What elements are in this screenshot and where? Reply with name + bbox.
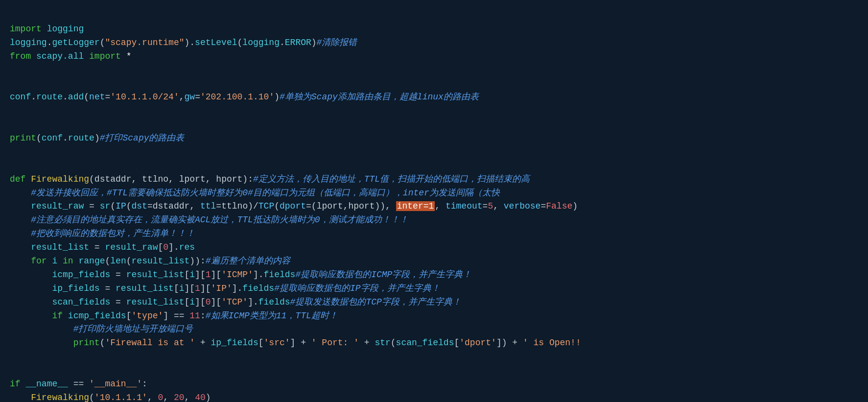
line-result-raw: result_raw = sr(IP(dst=dstaddr, ttl=ttln…	[10, 201, 578, 211]
line-comment-pair: #把收到响应的数据包对，产生清单！！！	[10, 229, 195, 238]
line-icmp-fields: icmp_fields = result_list[i][1]['ICMP'].…	[10, 270, 471, 280]
code-editor: import logging logging.getLogger("scapy.…	[10, 9, 858, 402]
line-blank2	[10, 119, 15, 129]
line-from: from scapy.all import *	[10, 51, 132, 61]
line-firewalking-call: Firewalking('10.1.1.1', 0, 20, 40)	[10, 393, 211, 402]
line-comment-note: #注意必须目的地址真实存在，流量确实被ACL放过，TTL抵达防火墙时为0，测试才…	[10, 215, 408, 225]
line-comment-print: #打印防火墙地址与开放端口号	[10, 324, 193, 334]
line-blank1	[10, 78, 15, 88]
line-ip-fields: ip_fields = result_list[i][1]['IP'].fiel…	[10, 284, 440, 293]
line-import: import logging	[10, 24, 84, 34]
line-logging: logging.getLogger("scapy.runtime").setLe…	[10, 38, 357, 47]
line-scan-fields: scan_fields = result_list[i][0]['TCP'].f…	[10, 297, 461, 307]
line-comment-send: #发送并接收回应，#TTL需要确保抵达防火墙时整好为0#目的端口为元组（低端口，…	[10, 188, 500, 198]
line-print-conf: print(conf.route)#打印Scapy的路由表	[10, 133, 185, 143]
line-blank4	[10, 365, 15, 375]
line-for: for i in range(len(result_list)):#遍历整个清单…	[10, 256, 290, 266]
line-result-list: result_list = result_raw[0].res	[10, 242, 195, 252]
line-conf-route: conf.route.add(net='10.1.1.0/24',gw='202…	[10, 92, 479, 102]
line-blank3	[10, 161, 15, 170]
line-def: def Firewalking(dstaddr, ttlno, lport, h…	[10, 174, 530, 184]
line-if-icmp: if icmp_fields['type'] == 11:#如果ICMP类型为1…	[10, 311, 338, 321]
line-if-main: if __name__ == '__main__':	[10, 379, 147, 389]
line-print-firewall: print('Firewall is at ' + ip_fields['src…	[10, 338, 581, 348]
